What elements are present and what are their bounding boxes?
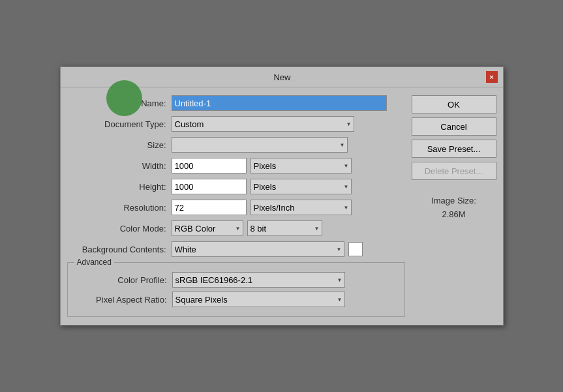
resolution-input[interactable] (172, 200, 247, 215)
cancel-button[interactable]: Cancel (412, 117, 496, 136)
advanced-group: Advanced Color Profile: sRGB IEC61966-2.… (67, 262, 405, 317)
bit-depth-select[interactable]: 8 bit (247, 220, 322, 236)
advanced-legend: Advanced (74, 258, 114, 267)
document-type-wrapper: Custom (172, 116, 354, 132)
form-section: Name: Document Type: Custom Size: (67, 95, 405, 317)
color-profile-wrapper: sRGB IEC61966-2.1 (172, 272, 345, 288)
height-unit-wrapper: Pixels (251, 179, 352, 194)
color-profile-label: Color Profile: (74, 275, 172, 285)
new-document-dialog: New × Name: Document Type: Custom (60, 67, 504, 325)
close-button[interactable]: × (486, 71, 498, 83)
background-contents-label: Background Contents: (67, 245, 172, 254)
document-type-label: Document Type: (67, 119, 172, 129)
image-size-info: Image Size: 2.86M (412, 194, 496, 222)
height-row: Height: Pixels (67, 179, 405, 194)
color-profile-select[interactable]: sRGB IEC61966-2.1 (172, 272, 345, 288)
pixel-aspect-ratio-row: Pixel Aspect Ratio: Square Pixels (74, 292, 398, 307)
background-contents-wrapper: White (172, 241, 344, 257)
height-label: Height: (67, 182, 172, 192)
height-input[interactable] (172, 179, 247, 194)
color-mode-select[interactable]: RGB Color (172, 220, 243, 236)
resolution-unit-select[interactable]: Pixels/Inch (251, 200, 352, 215)
pixel-aspect-ratio-label: Pixel Aspect Ratio: (74, 295, 172, 305)
size-row: Size: (67, 137, 405, 153)
buttons-section: OK Cancel Save Preset... Delete Preset..… (412, 95, 496, 317)
background-contents-row: Background Contents: White (67, 241, 405, 257)
delete-preset-button[interactable]: Delete Preset... (412, 162, 496, 180)
dialog-body: Name: Document Type: Custom Size: (61, 87, 503, 325)
dialog-title: New (79, 72, 486, 82)
color-mode-wrapper: RGB Color (172, 220, 243, 236)
background-color-swatch (348, 242, 363, 256)
resolution-row: Resolution: Pixels/Inch (67, 200, 405, 215)
decorative-circle (106, 80, 142, 116)
image-size-label: Image Size: (412, 194, 496, 208)
width-input[interactable] (172, 158, 247, 173)
width-row: Width: Pixels (67, 158, 405, 173)
resolution-label: Resolution: (67, 203, 172, 213)
save-preset-button[interactable]: Save Preset... (412, 140, 496, 158)
resolution-unit-wrapper: Pixels/Inch (251, 200, 352, 215)
image-size-value: 2.86M (412, 208, 496, 222)
size-label: Size: (67, 140, 172, 150)
width-label: Width: (67, 161, 172, 171)
color-mode-label: Color Mode: (67, 224, 172, 234)
color-mode-row: Color Mode: RGB Color 8 bit (67, 220, 405, 236)
width-unit-wrapper: Pixels (251, 158, 352, 173)
pixel-aspect-ratio-wrapper: Square Pixels (172, 292, 345, 307)
ok-button[interactable]: OK (412, 95, 496, 113)
size-wrapper (172, 137, 348, 153)
width-unit-select[interactable]: Pixels (251, 158, 352, 173)
document-type-select[interactable]: Custom (172, 116, 354, 132)
background-contents-select[interactable]: White (172, 241, 344, 257)
bit-depth-wrapper: 8 bit (247, 220, 322, 236)
height-unit-select[interactable]: Pixels (251, 179, 352, 194)
document-type-row: Document Type: Custom (67, 116, 405, 132)
pixel-aspect-ratio-select[interactable]: Square Pixels (172, 292, 345, 307)
name-input[interactable] (172, 95, 387, 111)
size-select[interactable] (172, 137, 348, 153)
color-profile-row: Color Profile: sRGB IEC61966-2.1 (74, 272, 398, 288)
